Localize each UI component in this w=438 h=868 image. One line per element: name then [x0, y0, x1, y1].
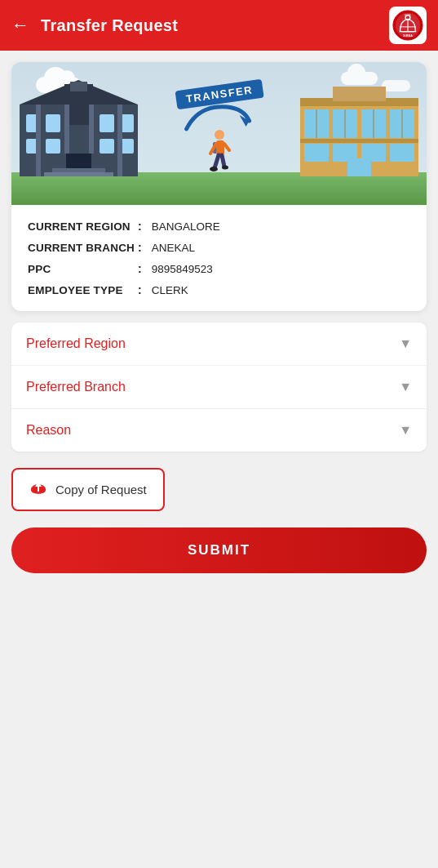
svg-point-47	[215, 130, 224, 140]
info-row-employee-type: EMPLOYEE TYPE : CLERK	[28, 283, 410, 296]
svg-rect-46	[300, 139, 418, 143]
reason-chevron: ▼	[399, 423, 412, 438]
svg-rect-44	[390, 144, 414, 162]
branch-colon: :	[138, 241, 142, 254]
svg-point-53	[222, 166, 228, 170]
cloud-2	[341, 72, 378, 85]
page-title: Transfer Request	[41, 16, 178, 35]
svg-rect-27	[44, 172, 113, 176]
svg-rect-45	[347, 158, 371, 176]
region-colon: :	[138, 220, 142, 233]
svg-rect-18	[46, 139, 60, 154]
employee-type-label: EMPLOYEE TYPE	[28, 284, 138, 296]
building-left	[20, 80, 138, 176]
svg-rect-22	[36, 105, 41, 176]
preferred-region-chevron: ▼	[399, 336, 412, 351]
ppc-value: 9895849523	[152, 263, 213, 275]
svg-point-52	[210, 167, 218, 171]
svg-line-50	[215, 155, 219, 168]
region-label: CURRENT REGION	[28, 220, 138, 233]
preferred-region-dropdown[interactable]: Preferred Region ▼	[11, 323, 427, 366]
ppc-label: PPC	[28, 263, 138, 275]
building-right	[300, 87, 418, 176]
info-row-ppc: PPC : 9895849523	[28, 262, 410, 275]
branch-value: ANEKAL	[152, 242, 195, 254]
dropdowns-container: Preferred Region ▼ Preferred Branch ▼ Re…	[11, 323, 427, 452]
transfer-illustration: TRANSFER	[11, 62, 427, 205]
preferred-branch-dropdown[interactable]: Preferred Branch ▼	[11, 366, 427, 409]
svg-text:SIRBA: SIRBA	[403, 34, 413, 38]
main-content: TRANSFER	[0, 51, 438, 590]
svg-rect-15	[100, 114, 114, 132]
info-card: TRANSFER	[11, 62, 427, 311]
preferred-branch-label: Preferred Branch	[26, 380, 126, 394]
preferred-region-label: Preferred Region	[26, 336, 126, 351]
upload-icon	[29, 479, 47, 501]
info-table: CURRENT REGION : BANGALORE CURRENT BRANC…	[11, 205, 427, 311]
svg-line-55	[224, 144, 229, 150]
svg-rect-23	[64, 105, 69, 154]
upload-cloud-icon	[29, 479, 47, 496]
svg-text:NCBE: NCBE	[405, 14, 411, 17]
info-row-branch: CURRENT BRANCH : ANEKAL	[28, 241, 410, 254]
svg-rect-19	[100, 139, 114, 154]
ground	[11, 172, 427, 205]
svg-rect-14	[46, 114, 60, 132]
upload-section: Copy of Request	[11, 468, 427, 511]
logo-icon: SIRBA NCBE	[392, 10, 423, 41]
app-header: ← Transfer Request SIRBA NCBE	[0, 0, 438, 51]
reason-dropdown[interactable]: Reason ▼	[11, 409, 427, 452]
back-button[interactable]: ←	[11, 15, 29, 36]
person-icon	[208, 129, 231, 174]
svg-rect-32	[333, 87, 386, 101]
submit-button[interactable]: SUBMIT	[11, 527, 427, 573]
ppc-colon: :	[138, 262, 142, 275]
svg-line-51	[222, 155, 224, 167]
svg-rect-24	[89, 105, 94, 154]
svg-rect-12	[70, 82, 87, 91]
info-row-region: CURRENT REGION : BANGALORE	[28, 220, 410, 233]
copy-of-request-button[interactable]: Copy of Request	[11, 468, 165, 511]
preferred-branch-chevron: ▼	[399, 380, 412, 394]
reason-label: Reason	[26, 423, 71, 438]
logo-badge: SIRBA NCBE	[389, 7, 427, 44]
employee-type-colon: :	[138, 283, 142, 296]
svg-rect-25	[117, 105, 122, 176]
header-left: ← Transfer Request	[11, 15, 178, 36]
svg-rect-26	[52, 168, 105, 172]
employee-type-value: CLERK	[152, 284, 188, 296]
region-value: BANGALORE	[152, 220, 220, 233]
branch-label: CURRENT BRANCH	[28, 242, 138, 254]
upload-label: Copy of Request	[55, 483, 147, 496]
svg-rect-41	[304, 144, 329, 162]
